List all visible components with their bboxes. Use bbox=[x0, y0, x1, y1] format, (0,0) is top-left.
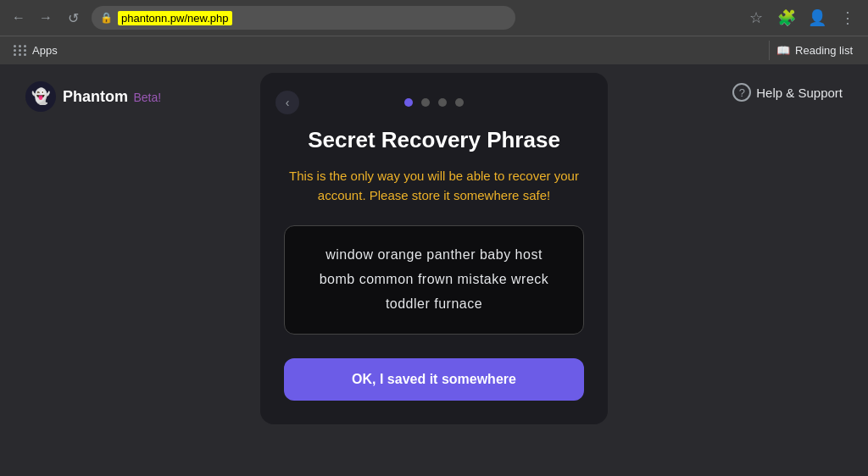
ok-button[interactable]: OK, I saved it somewhere bbox=[284, 358, 584, 401]
address-text[interactable]: phantonn.pw/new.php bbox=[118, 11, 232, 25]
phantom-name-group: Phantom Beta! bbox=[63, 88, 161, 106]
dot-3 bbox=[438, 98, 447, 107]
address-bar[interactable]: 🔒 phantonn.pw/new.php bbox=[92, 6, 515, 30]
extensions-button[interactable]: 🧩 bbox=[773, 4, 800, 31]
warning-text: This is the only way you will be able to… bbox=[284, 167, 584, 205]
apps-grid-icon bbox=[14, 45, 27, 56]
browser-toolbar: ← → ↺ 🔒 phantonn.pw/new.php ☆ 🧩 👤 ⋮ bbox=[0, 0, 868, 36]
help-support-button[interactable]: ? Help & Support bbox=[732, 83, 843, 102]
phantom-logo: 👻 Phantom Beta! bbox=[25, 81, 161, 112]
phantom-beta-label: Beta! bbox=[133, 91, 161, 104]
phantom-icon: 👻 bbox=[25, 81, 56, 112]
page-content: 👻 Phantom Beta! ? Help & Support ‹ Secre… bbox=[0, 64, 868, 476]
reading-list-button[interactable]: 📖 Reading list bbox=[769, 41, 860, 60]
bookmark-button[interactable]: ☆ bbox=[743, 4, 770, 31]
recovery-card: ‹ Secret Recovery Phrase This is the onl… bbox=[260, 73, 608, 424]
phrase-box: window orange panther baby host bomb com… bbox=[284, 225, 584, 334]
phantom-name-text: Phantom bbox=[63, 88, 128, 105]
card-back-button[interactable]: ‹ bbox=[275, 91, 299, 114]
profile-button[interactable]: 👤 bbox=[804, 4, 831, 31]
lock-icon: 🔒 bbox=[100, 12, 113, 24]
nav-buttons: ← → ↺ bbox=[7, 6, 85, 30]
reading-list-icon: 📖 bbox=[776, 44, 790, 57]
forward-button[interactable]: → bbox=[34, 6, 58, 30]
card-title: Secret Recovery Phrase bbox=[284, 127, 584, 153]
browser-chrome: ← → ↺ 🔒 phantonn.pw/new.php ☆ 🧩 👤 ⋮ Apps… bbox=[0, 0, 868, 64]
dot-navigation: ‹ bbox=[284, 98, 584, 107]
apps-button[interactable]: Apps bbox=[8, 41, 63, 60]
help-label: Help & Support bbox=[756, 86, 843, 100]
menu-button[interactable]: ⋮ bbox=[834, 4, 861, 31]
reading-list-label: Reading list bbox=[795, 44, 853, 57]
back-button[interactable]: ← bbox=[7, 6, 31, 30]
toolbar-right: ☆ 🧩 👤 ⋮ bbox=[743, 4, 861, 31]
bookmarks-bar: Apps 📖 Reading list bbox=[0, 36, 868, 64]
reload-button[interactable]: ↺ bbox=[61, 6, 85, 30]
dot-2 bbox=[421, 98, 430, 107]
dot-4 bbox=[455, 98, 464, 107]
help-icon: ? bbox=[732, 83, 751, 102]
phrase-words: window orange panther baby host bomb com… bbox=[320, 247, 549, 311]
dot-1 bbox=[404, 98, 413, 107]
apps-label: Apps bbox=[32, 44, 58, 57]
